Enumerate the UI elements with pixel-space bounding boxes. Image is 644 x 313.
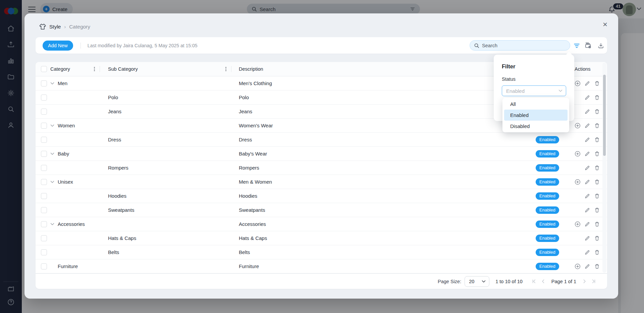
delete-button[interactable] [594,179,600,185]
download-button[interactable] [597,42,604,49]
delete-button[interactable] [594,263,600,269]
description-label: Rompers [239,165,259,171]
first-page-button[interactable] [531,278,537,285]
status-badge: Enabled [536,221,559,228]
column-menu-icon[interactable] [93,66,96,73]
delete-button[interactable] [594,235,600,241]
add-subcategory-button[interactable] [575,179,581,185]
table-row: Hoodies Hoodies Enabled [36,189,607,203]
filter-option-disabled[interactable]: Disabled [504,121,568,132]
edit-button[interactable] [584,80,590,86]
edit-button[interactable] [584,137,590,143]
row-checkbox[interactable] [41,109,47,115]
add-subcategory-button[interactable] [575,151,581,157]
row-checkbox[interactable] [41,235,47,241]
add-subcategory-button[interactable] [575,123,581,129]
close-icon[interactable]: × [600,19,610,29]
tshirt-icon [39,23,46,30]
edit-button[interactable] [584,235,590,241]
chevron-down-icon[interactable] [50,152,55,155]
chevron-down-icon [482,280,486,283]
edit-button[interactable] [584,165,590,171]
status-badge: Enabled [536,164,559,172]
filter-button[interactable] [573,42,580,49]
delete-button[interactable] [594,151,600,157]
scrollbar-thumb[interactable] [603,75,606,156]
description-label: Men's Clothing [239,80,272,86]
subcategory-label: Hoodies [108,193,126,199]
next-page-button[interactable] [581,278,587,285]
row-checkbox[interactable] [41,151,47,157]
delete-button[interactable] [594,193,600,199]
category-label: Men [58,80,67,86]
last-modified-text: Last modified by Jaira Culanag, 5 May 20… [88,43,198,48]
delete-button[interactable] [594,165,600,171]
chevron-down-icon[interactable] [50,223,55,226]
delete-button[interactable] [594,221,600,227]
delete-button[interactable] [594,207,600,213]
row-checkbox[interactable] [41,193,47,199]
add-subcategory-button[interactable] [575,80,581,86]
archive-button[interactable] [584,42,592,49]
row-checkbox[interactable] [41,249,47,255]
table-row: Dress Dress Enabled [36,133,607,147]
table-scrollbar[interactable] [602,63,606,273]
delete-button[interactable] [594,123,600,129]
filter-icon [574,43,580,49]
header-divider [100,66,100,72]
edit-button[interactable] [584,263,590,269]
chevron-down-icon [558,89,562,92]
category-label: Unisex [58,179,73,185]
description-label: Hoodies [239,193,257,199]
last-page-button[interactable] [591,278,597,285]
edit-button[interactable] [584,151,590,157]
row-checkbox[interactable] [41,137,47,143]
table-row: Baby Baby's Wear Enabled [36,147,607,161]
breadcrumb-separator: › [64,24,66,29]
delete-button[interactable] [594,80,600,86]
description-label: Jeans [239,109,252,114]
description-label: Belts [239,249,250,255]
row-checkbox[interactable] [41,221,47,227]
row-checkbox[interactable] [41,179,47,185]
download-icon [598,43,604,49]
edit-button[interactable] [584,123,590,129]
category-label: Accessories [58,221,85,227]
column-menu-icon[interactable] [224,66,228,73]
chevron-down-icon[interactable] [50,181,55,183]
add-subcategory-button[interactable] [575,263,581,269]
chevron-down-icon[interactable] [50,124,55,127]
category-modal: × Style › Category Add New Last modified… [24,13,618,299]
page-size-select[interactable]: 20 [465,276,489,287]
status-select[interactable]: Enabled [502,85,566,96]
add-new-button[interactable]: Add New [43,41,73,51]
row-checkbox[interactable] [41,263,47,269]
filter-option-all[interactable]: All [504,99,568,110]
edit-button[interactable] [584,95,590,101]
edit-button[interactable] [584,249,590,255]
row-checkbox[interactable] [41,207,47,213]
breadcrumb-style[interactable]: Style [49,24,61,30]
filter-option-enabled[interactable]: Enabled [504,110,568,121]
edit-button[interactable] [584,179,590,185]
page-size-label: Page Size: [438,279,461,284]
status-badge: Enabled [536,150,559,158]
delete-button[interactable] [594,109,600,115]
add-subcategory-button[interactable] [575,221,581,227]
filter-title: Filter [502,63,574,70]
select-all-checkbox[interactable] [41,66,47,72]
edit-button[interactable] [584,193,590,199]
delete-button[interactable] [594,95,600,101]
edit-button[interactable] [584,221,590,227]
delete-button[interactable] [594,249,600,255]
edit-button[interactable] [584,207,590,213]
row-checkbox[interactable] [41,123,47,129]
edit-button[interactable] [584,109,590,115]
row-checkbox[interactable] [41,80,47,86]
table-search-input[interactable]: Search [470,40,570,51]
row-checkbox[interactable] [41,165,47,171]
row-checkbox[interactable] [41,95,47,101]
delete-button[interactable] [594,137,600,143]
chevron-down-icon[interactable] [50,82,55,85]
previous-page-button[interactable] [540,278,546,285]
